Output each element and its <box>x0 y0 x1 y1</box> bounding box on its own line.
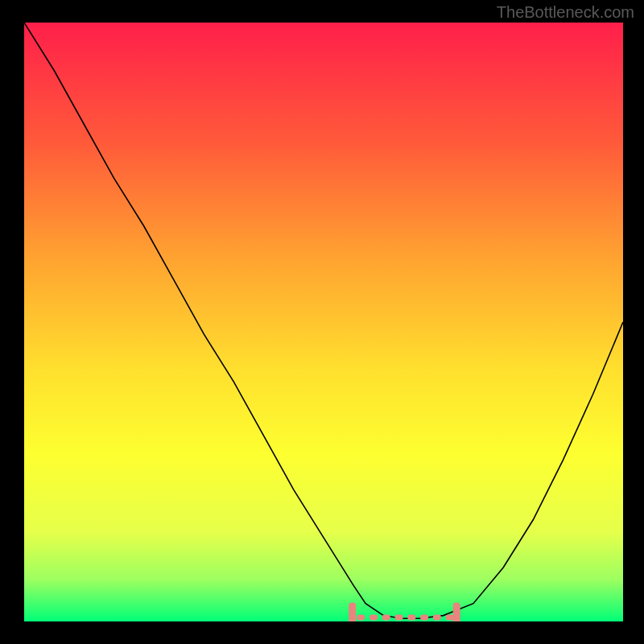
svg-rect-2 <box>357 615 365 621</box>
svg-rect-6 <box>407 615 415 621</box>
svg-rect-4 <box>382 615 390 621</box>
svg-rect-5 <box>395 615 403 621</box>
bottleneck-chart <box>24 23 623 621</box>
svg-rect-9 <box>446 615 454 621</box>
svg-rect-3 <box>369 615 378 621</box>
svg-rect-1 <box>453 603 460 621</box>
svg-rect-7 <box>420 615 428 621</box>
svg-rect-8 <box>433 615 441 621</box>
svg-rect-0 <box>349 603 356 621</box>
watermark-text: TheBottleneck.com <box>497 3 634 22</box>
gradient-background <box>24 23 623 621</box>
